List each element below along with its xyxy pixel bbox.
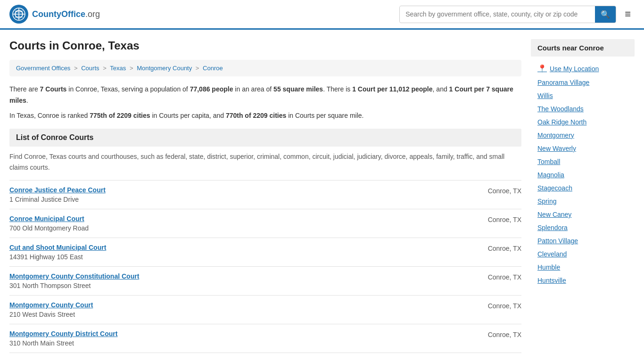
court-location-5: Conroe, TX bbox=[488, 301, 521, 310]
court-address-6: 310 North Main Street bbox=[9, 339, 117, 347]
logo-suffix: .org bbox=[85, 9, 100, 19]
list-section-header: List of Conroe Courts bbox=[9, 129, 521, 147]
sidebar-item-new-caney[interactable]: New Caney bbox=[531, 208, 635, 221]
logo-icon bbox=[9, 5, 28, 24]
court-item-1: Conroe Justice of Peace Court 1 Criminal… bbox=[9, 180, 521, 209]
sidebar-item-humble[interactable]: Humble bbox=[531, 261, 635, 274]
header-right: 🔍 ≡ bbox=[399, 6, 635, 23]
sidebar-item-magnolia[interactable]: Magnolia bbox=[531, 168, 635, 181]
search-bar: 🔍 bbox=[399, 6, 616, 23]
search-input[interactable] bbox=[400, 7, 595, 22]
sidebar-item-panorama-village[interactable]: Panorama Village bbox=[531, 76, 635, 89]
court-name-6[interactable]: Montgomery County District Court bbox=[9, 330, 117, 337]
breadcrumb-texas[interactable]: Texas bbox=[110, 65, 126, 72]
breadcrumb-courts[interactable]: Courts bbox=[81, 65, 99, 72]
sidebar-item-tomball[interactable]: Tomball bbox=[531, 155, 635, 168]
breadcrumb-sep-4: > bbox=[196, 65, 201, 72]
sidebar-item-huntsville[interactable]: Huntsville bbox=[531, 274, 635, 287]
court-address-1: 1 Criminal Justice Drive bbox=[9, 196, 106, 203]
court-name-2[interactable]: Conroe Municipal Court bbox=[9, 215, 89, 222]
court-location-3: Conroe, TX bbox=[488, 244, 521, 252]
breadcrumb-sep-2: > bbox=[103, 65, 108, 72]
sidebar-item-montgomery[interactable]: Montgomery bbox=[531, 129, 635, 142]
area: 55 square miles bbox=[273, 85, 323, 93]
courts-count: 7 Courts bbox=[40, 85, 67, 93]
sidebar-item-oak-ridge-north[interactable]: Oak Ridge North bbox=[531, 115, 635, 129]
breadcrumb-gov-offices[interactable]: Government Offices bbox=[16, 65, 70, 72]
use-location-button[interactable]: 📍 Use My Location bbox=[531, 61, 635, 76]
sidebar-item-spring[interactable]: Spring bbox=[531, 195, 635, 208]
court-location-2: Conroe, TX bbox=[488, 215, 521, 223]
court-list: Conroe Justice of Peace Court 1 Criminal… bbox=[9, 180, 521, 353]
court-address-2: 700 Old Montgomery Road bbox=[9, 224, 89, 232]
court-location-4: Conroe, TX bbox=[488, 272, 521, 281]
logo-area: CountyOffice.org bbox=[9, 5, 100, 24]
sidebar-item-splendora[interactable]: Splendora bbox=[531, 221, 635, 234]
per-area: 1 Court per 7 square miles bbox=[9, 85, 513, 104]
court-address-5: 210 West Davis Street bbox=[9, 311, 93, 318]
court-location-1: Conroe, TX bbox=[488, 186, 521, 195]
breadcrumb: Government Offices > Courts > Texas > Mo… bbox=[9, 60, 521, 76]
content-area: Courts in Conroe, Texas Government Offic… bbox=[9, 39, 521, 353]
population: 77,086 people bbox=[190, 85, 233, 93]
rank-capita: 775th of 2209 cities bbox=[90, 112, 150, 119]
court-item-5: Montgomery County Court 210 West Davis S… bbox=[9, 295, 521, 324]
sidebar-item-stagecoach[interactable]: Stagecoach bbox=[531, 181, 635, 195]
court-item-2: Conroe Municipal Court 700 Old Montgomer… bbox=[9, 209, 521, 238]
breadcrumb-conroe[interactable]: Conroe bbox=[203, 65, 223, 72]
per-capita: 1 Court per 11,012 people bbox=[352, 85, 432, 93]
stats-paragraph-2: In Texas, Conroe is ranked 775th of 2209… bbox=[9, 110, 521, 122]
location-pin-icon: 📍 bbox=[537, 64, 547, 73]
sidebar: Courts near Conroe 📍 Use My Location Pan… bbox=[531, 39, 635, 353]
use-location-label: Use My Location bbox=[550, 65, 599, 73]
sidebar-item-willis[interactable]: Willis bbox=[531, 89, 635, 102]
rank-area: 770th of 2209 cities bbox=[226, 112, 286, 119]
court-address-4: 301 North Thompson Street bbox=[9, 282, 139, 289]
header: CountyOffice.org 🔍 ≡ bbox=[0, 0, 644, 30]
main-container: Courts in Conroe, Texas Government Offic… bbox=[0, 30, 644, 353]
court-item-3: Cut and Shoot Municipal Court 14391 High… bbox=[9, 238, 521, 266]
search-button[interactable]: 🔍 bbox=[595, 6, 616, 23]
logo-text: CountyOffice.org bbox=[32, 9, 100, 19]
page-title: Courts in Conroe, Texas bbox=[9, 39, 521, 52]
court-item-6: Montgomery County District Court 310 Nor… bbox=[9, 324, 521, 353]
court-name-1[interactable]: Conroe Justice of Peace Court bbox=[9, 186, 106, 194]
court-name-5[interactable]: Montgomery County Court bbox=[9, 301, 93, 309]
breadcrumb-sep-3: > bbox=[130, 65, 135, 72]
court-name-3[interactable]: Cut and Shoot Municipal Court bbox=[9, 244, 106, 251]
sidebar-item-patton-village[interactable]: Patton Village bbox=[531, 234, 635, 247]
breadcrumb-sep-1: > bbox=[74, 65, 79, 72]
breadcrumb-montgomery[interactable]: Montgomery County bbox=[137, 65, 192, 72]
court-address-3: 14391 Highway 105 East bbox=[9, 253, 106, 261]
sidebar-item-cleveland[interactable]: Cleveland bbox=[531, 247, 635, 261]
menu-button[interactable]: ≡ bbox=[621, 6, 635, 22]
stats-paragraph-1: There are 7 Courts in Conroe, Texas, ser… bbox=[9, 84, 521, 107]
list-description: Find Conroe, Texas courts and courthouse… bbox=[9, 151, 521, 173]
sidebar-item-the-woodlands[interactable]: The Woodlands bbox=[531, 102, 635, 115]
sidebar-item-new-waverly[interactable]: New Waverly bbox=[531, 142, 635, 155]
court-item-4: Montgomery County Constitutional Court 3… bbox=[9, 266, 521, 295]
court-location-6: Conroe, TX bbox=[488, 330, 521, 338]
court-name-4[interactable]: Montgomery County Constitutional Court bbox=[9, 272, 139, 280]
sidebar-title: Courts near Conroe bbox=[531, 39, 635, 57]
